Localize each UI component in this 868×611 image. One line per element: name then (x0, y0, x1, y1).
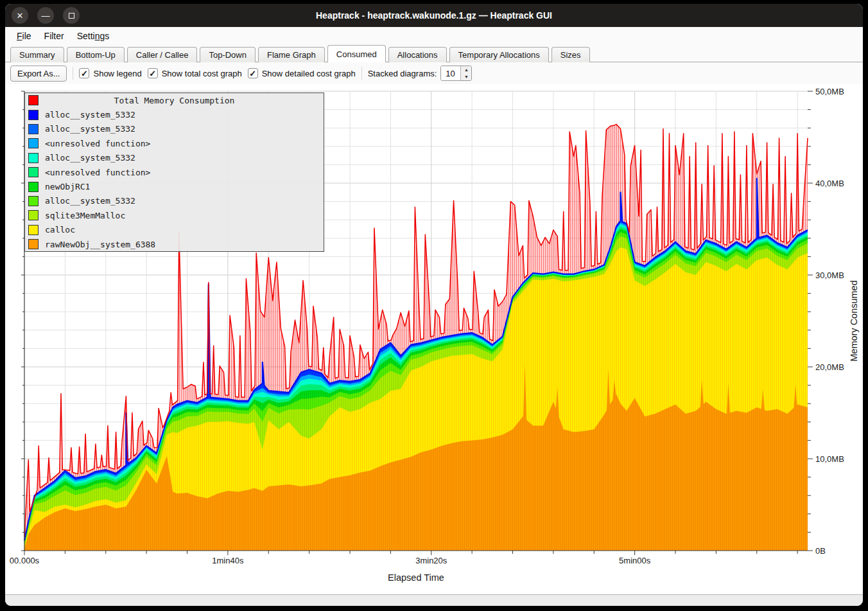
legend-entry-label: alloc__system_5332 (45, 153, 135, 163)
tab-allocations[interactable]: Allocations (388, 47, 447, 62)
tab-summary[interactable]: Summary (10, 47, 64, 62)
x-axis-tick-label: 1min40s (212, 556, 244, 565)
legend-entry: <unresolved function> (25, 165, 324, 179)
y-axis-tick-label: 10,0MB (815, 454, 844, 464)
app-window: ✕ — Heaptrack - heaptrack.wakunode.1.gz … (5, 4, 863, 606)
legend-entry-label: alloc__system_5332 (45, 124, 135, 134)
titlebar: ✕ — Heaptrack - heaptrack.wakunode.1.gz … (5, 4, 863, 27)
tab-bottom-up[interactable]: Bottom-Up (67, 47, 125, 62)
legend-entry: newObjRC1 (25, 179, 324, 193)
tab-flame-graph[interactable]: Flame Graph (258, 47, 325, 62)
checkbox-show-total-cost-graph[interactable]: ✓Show total cost graph (148, 68, 242, 78)
chart-area: 0B10,0MB20,0MB30,0MB40,0MB50,0MB00.000s1… (5, 84, 863, 594)
legend-color-swatch (28, 167, 39, 177)
spin-up-button[interactable]: ▲ (461, 66, 471, 73)
y-axis-tick-label: 40,0MB (815, 179, 844, 188)
tabbar: SummaryBottom-UpCaller / CalleeTop-DownF… (5, 45, 863, 62)
legend-entry: rawNewObj__system_6388 (25, 237, 324, 251)
checkbox-show-legend[interactable]: ✓Show legend (79, 68, 141, 78)
legend-entry: <unresolved function> (25, 136, 324, 150)
y-axis-tick-label: 30,0MB (815, 270, 844, 280)
bottom-strip (5, 594, 863, 606)
legend-title-row: Total Memory Consumption (25, 93, 324, 107)
legend-color-swatch (28, 110, 39, 120)
minimize-icon: — (42, 12, 50, 20)
chart-legend: Total Memory Consumptionalloc__system_53… (24, 93, 324, 252)
spin-down-button[interactable]: ▼ (461, 73, 471, 80)
tab-sizes[interactable]: Sizes (551, 47, 590, 62)
tab-consumed[interactable]: Consumed (327, 45, 386, 62)
legend-entry: alloc__system_5332 (25, 107, 324, 121)
window-title: Heaptrack - heaptrack.wakunode.1.gz — He… (5, 10, 863, 21)
y-axis-tick-label: 0B (815, 546, 826, 556)
export-as-button[interactable]: Export As... (10, 66, 67, 82)
legend-entry-label: <unresolved function> (45, 139, 150, 148)
close-icon: ✕ (17, 12, 24, 20)
window-controls: ✕ — (12, 7, 80, 24)
legend-entry-label: alloc__system_5332 (45, 110, 135, 120)
stacked-diagrams-value[interactable]: 10 (441, 66, 460, 80)
checkbox-show-detailed-cost-graph[interactable]: ✓Show detailed cost graph (248, 68, 356, 78)
y-axis-tick-label: 20,0MB (815, 362, 844, 372)
menu-item-file[interactable]: File (10, 29, 38, 43)
x-axis-tick-label: 00.000s (10, 556, 40, 565)
legend-color-swatch (28, 153, 39, 163)
maximize-button[interactable] (63, 7, 80, 24)
checkmark-icon[interactable]: ✓ (79, 68, 89, 78)
tab-caller-callee[interactable]: Caller / Callee (127, 47, 198, 62)
legend-color-swatch (28, 138, 39, 148)
toolbar-separator (73, 67, 73, 80)
menubar: File Filter Settings (5, 27, 863, 45)
checkmark-icon[interactable]: ✓ (248, 68, 258, 78)
y-axis-title: Memory Consumed (849, 280, 859, 362)
legend-entry-label: sqlite3MemMalloc (45, 211, 125, 220)
x-axis-tick-label: 5min00s (619, 556, 651, 565)
tab-top-down[interactable]: Top-Down (200, 47, 256, 62)
checkmark-icon[interactable]: ✓ (148, 68, 158, 78)
menu-item-filter[interactable]: Filter (38, 29, 71, 43)
x-axis-tick-label: 3min20s (415, 556, 447, 565)
legend-color-swatch (28, 196, 39, 206)
close-button[interactable]: ✕ (12, 7, 28, 24)
legend-title: Total Memory Consumption (25, 96, 324, 105)
stacked-diagrams-control: Stacked diagrams: 10 ▲ ▼ (368, 66, 473, 81)
legend-entry: alloc__system_5332 (25, 194, 324, 208)
minimize-button[interactable]: — (37, 7, 54, 24)
stacked-diagrams-spinbox[interactable]: 10 ▲ ▼ (440, 66, 472, 81)
menu-item-settings[interactable]: Settings (71, 29, 116, 43)
legend-entry: alloc__system_5332 (25, 122, 324, 136)
legend-color-swatch (28, 210, 39, 220)
legend-entry: calloc (25, 223, 324, 237)
y-axis-tick-label: 50,0MB (815, 87, 844, 96)
x-axis-title: Elapsed Time (388, 572, 444, 583)
legend-entry: alloc__system_5332 (25, 151, 324, 165)
legend-entry-label: rawNewObj__system_6388 (45, 240, 155, 249)
stacked-diagrams-label: Stacked diagrams: (368, 69, 437, 78)
maximize-icon (69, 13, 74, 19)
legend-entry-label: alloc__system_5332 (45, 196, 135, 206)
legend-entry-label: newObjRC1 (45, 182, 90, 191)
toolbar-checkboxes: ✓Show legend✓Show total cost graph✓Show … (79, 68, 355, 78)
legend-color-swatch (28, 239, 39, 249)
legend-color-swatch (28, 225, 39, 235)
toolbar: Export As... ✓Show legend✓Show total cos… (5, 62, 863, 84)
legend-entry-label: <unresolved function> (45, 168, 150, 177)
legend-entry-label: calloc (45, 225, 75, 235)
tab-temporary-allocations[interactable]: Temporary Allocations (449, 47, 549, 62)
legend-color-swatch (28, 124, 39, 134)
toolbar-separator (361, 67, 362, 80)
legend-entry: sqlite3MemMalloc (25, 208, 324, 222)
legend-color-swatch (28, 182, 39, 192)
